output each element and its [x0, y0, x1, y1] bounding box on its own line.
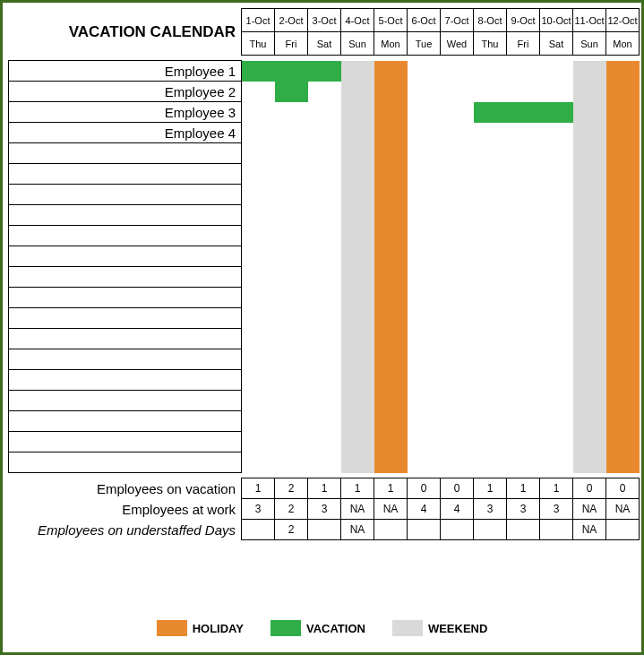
calendar-cell	[474, 452, 507, 473]
calendar-cell	[275, 349, 308, 370]
calendar-cell	[507, 391, 540, 411]
calendar-cell	[408, 432, 441, 452]
summary-cell: 1	[507, 478, 540, 499]
employee-label-empty	[9, 349, 242, 370]
calendar-cell	[408, 349, 441, 370]
calendar-cell	[573, 370, 606, 391]
employee-label-empty	[9, 452, 242, 473]
date-header: 2-Oct	[275, 9, 308, 32]
vacation-calendar-table: VACATION CALENDAR1-Oct2-Oct3-Oct4-Oct5-O…	[8, 8, 640, 540]
calendar-cell	[573, 185, 606, 205]
summary-cell: NA	[573, 499, 606, 520]
calendar-cell	[540, 391, 573, 411]
calendar-cell	[441, 432, 474, 452]
calendar-cell	[308, 205, 341, 226]
calendar-cell	[474, 61, 507, 82]
calendar-cell	[242, 349, 275, 370]
calendar-cell	[507, 349, 540, 370]
dow-header: Sun	[573, 32, 606, 56]
summary-cell: 0	[573, 478, 606, 499]
employee-label-empty	[9, 329, 242, 349]
summary-cell: 3	[308, 499, 341, 520]
calendar-cell	[242, 452, 275, 473]
calendar-cell	[374, 288, 408, 308]
calendar-cell	[374, 205, 408, 226]
employee-label: Employee 4	[9, 123, 242, 143]
employee-label-empty	[9, 411, 242, 432]
calendar-cell	[341, 308, 374, 329]
calendar-cell	[374, 246, 408, 267]
calendar-cell	[507, 143, 540, 164]
dow-header: Thu	[474, 32, 507, 56]
calendar-cell	[606, 267, 640, 288]
summary-cell: 0	[408, 478, 441, 499]
calendar-cell	[308, 432, 341, 452]
calendar-cell	[374, 452, 408, 473]
summary-cell: 1	[474, 478, 507, 499]
calendar-cell	[606, 432, 640, 452]
calendar-cell	[308, 185, 341, 205]
calendar-cell	[341, 82, 374, 102]
calendar-cell	[540, 329, 573, 349]
calendar-cell	[308, 82, 341, 102]
calendar-cell	[441, 452, 474, 473]
calendar-cell	[308, 102, 341, 123]
calendar-cell	[474, 411, 507, 432]
summary-cell	[441, 520, 474, 540]
calendar-cell	[573, 143, 606, 164]
calendar-cell	[540, 226, 573, 246]
summary-cell: NA	[606, 499, 640, 520]
date-header: 3-Oct	[308, 9, 341, 32]
calendar-cell	[341, 391, 374, 411]
calendar-cell	[275, 61, 308, 82]
calendar-cell	[474, 123, 507, 143]
calendar-cell	[507, 205, 540, 226]
calendar-cell	[408, 123, 441, 143]
calendar-cell	[408, 411, 441, 432]
weekend-swatch	[392, 620, 423, 636]
calendar-cell	[507, 82, 540, 102]
calendar-cell	[540, 452, 573, 473]
calendar-cell	[573, 61, 606, 82]
calendar-cell	[507, 185, 540, 205]
calendar-cell	[374, 308, 408, 329]
calendar-cell	[242, 185, 275, 205]
calendar-cell	[441, 123, 474, 143]
dow-header: Fri	[507, 32, 540, 56]
calendar-cell	[374, 329, 408, 349]
calendar-cell	[308, 349, 341, 370]
summary-cell: 1	[540, 478, 573, 499]
calendar-cell	[540, 143, 573, 164]
calendar-cell	[275, 288, 308, 308]
calendar-cell	[573, 123, 606, 143]
calendar-cell	[275, 185, 308, 205]
summary-cell: NA	[374, 499, 408, 520]
summary-cell	[474, 520, 507, 540]
calendar-cell	[308, 164, 341, 185]
calendar-cell	[540, 308, 573, 329]
calendar-cell	[573, 349, 606, 370]
dow-header: Mon	[606, 32, 640, 56]
calendar-cell	[540, 267, 573, 288]
calendar-cell	[573, 226, 606, 246]
calendar-cell	[507, 61, 540, 82]
calendar-cell	[573, 288, 606, 308]
calendar-cell	[308, 308, 341, 329]
calendar-cell	[308, 123, 341, 143]
calendar-cell	[308, 61, 341, 82]
summary-cell: 1	[341, 478, 374, 499]
summary-cell: 2	[275, 499, 308, 520]
calendar-cell	[275, 411, 308, 432]
calendar-cell	[540, 164, 573, 185]
calendar-cell	[242, 288, 275, 308]
date-header: 8-Oct	[474, 9, 507, 32]
legend-label: WEEKEND	[428, 622, 487, 635]
calendar-cell	[606, 308, 640, 329]
dow-header: Tue	[408, 32, 441, 56]
calendar-cell	[275, 391, 308, 411]
page-title: VACATION CALENDAR	[9, 9, 242, 56]
calendar-cell	[474, 102, 507, 123]
calendar-cell	[308, 288, 341, 308]
calendar-cell	[474, 308, 507, 329]
calendar-cell	[441, 391, 474, 411]
